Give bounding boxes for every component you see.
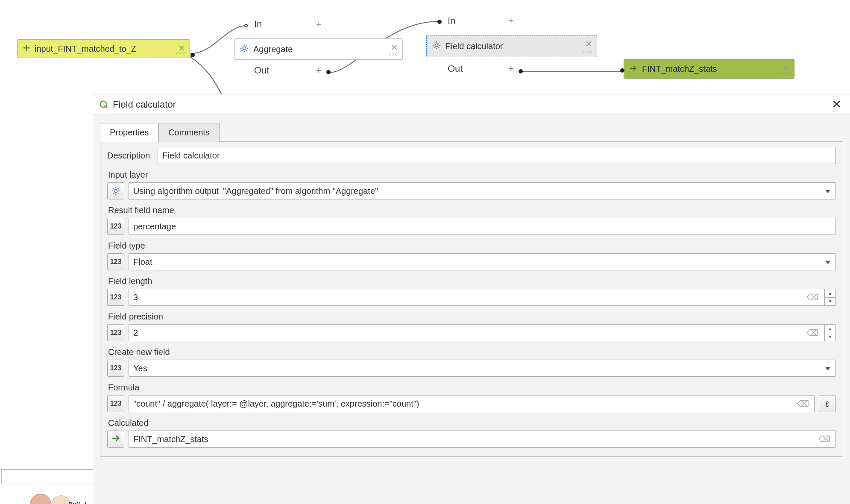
field-precision-label: Field precision bbox=[108, 312, 836, 322]
type-badge-button[interactable]: 123 bbox=[107, 218, 124, 235]
expression-builder-button[interactable]: ε bbox=[819, 395, 836, 412]
node-menu-icon[interactable]: ○○○ bbox=[583, 49, 592, 54]
model-canvas[interactable]: input_FINT_matched_to_Z ✕ ○○○ In + Aggre… bbox=[0, 0, 850, 94]
field-precision-value: 2 bbox=[133, 328, 138, 338]
result-field-name-value: percentage bbox=[133, 222, 176, 231]
gear-icon bbox=[240, 44, 249, 55]
bubble-label: Bu/1-1 bbox=[68, 501, 87, 504]
field-calculator-dialog: Field calculator ✕ Properties Comments D… bbox=[93, 94, 850, 504]
clear-icon[interactable]: ⌫ bbox=[818, 434, 830, 444]
output-node-label: FINT_matchZ_stats bbox=[642, 64, 717, 74]
tabstrip: Properties Comments bbox=[93, 115, 850, 141]
field-type-value: Float bbox=[133, 257, 152, 267]
dialog-titlebar: Field calculator ✕ bbox=[93, 94, 850, 115]
type-badge: 123 bbox=[110, 400, 122, 407]
field-precision-input[interactable]: 2 ⌫ ▲▼ bbox=[129, 324, 836, 341]
node-menu-icon[interactable]: ○○○ bbox=[388, 52, 398, 57]
input-port[interactable] bbox=[620, 68, 624, 73]
add-output-icon[interactable]: + bbox=[316, 65, 322, 76]
model-input-node[interactable]: input_FINT_matched_to_Z ✕ ○○○ bbox=[17, 39, 190, 58]
create-new-field-select[interactable]: Yes bbox=[129, 360, 836, 377]
description-label: Description bbox=[107, 147, 150, 164]
add-input-icon[interactable]: + bbox=[316, 19, 322, 30]
type-badge-button[interactable]: 123 bbox=[107, 324, 124, 341]
type-badge-button[interactable]: 123 bbox=[107, 360, 124, 377]
output-port[interactable] bbox=[519, 69, 523, 73]
model-output-node[interactable]: FINT_matchZ_stats ✕ ○○○ bbox=[624, 59, 794, 79]
type-badge-button[interactable]: 123 bbox=[107, 395, 124, 412]
description-row: Description Field calculator bbox=[107, 147, 836, 164]
add-input-icon[interactable]: + bbox=[508, 15, 514, 26]
type-badge: 123 bbox=[110, 329, 122, 337]
port-label-out: Out bbox=[448, 63, 463, 74]
field-type-select[interactable]: Float bbox=[129, 253, 836, 270]
svg-point-1 bbox=[435, 44, 438, 47]
create-new-field-label: Create new field bbox=[108, 347, 836, 357]
tab-properties[interactable]: Properties bbox=[100, 123, 158, 142]
clear-icon[interactable]: ⌫ bbox=[806, 292, 818, 302]
type-badge: 123 bbox=[110, 223, 122, 230]
type-badge: 123 bbox=[110, 293, 122, 301]
background-bubbles: Bu/1-1 bbox=[13, 466, 90, 504]
node-menu-icon[interactable]: ○○○ bbox=[176, 50, 185, 55]
node-menu-icon[interactable]: ○○○ bbox=[780, 70, 790, 76]
add-output-icon[interactable]: + bbox=[508, 63, 514, 74]
arrow-right-icon bbox=[629, 64, 638, 74]
spin-down-icon[interactable]: ▼ bbox=[825, 333, 835, 341]
formula-value: "count" / aggregate( layer:= @layer, agg… bbox=[133, 399, 419, 409]
type-badge: 123 bbox=[110, 258, 122, 266]
svg-point-0 bbox=[243, 47, 246, 50]
input-port[interactable] bbox=[437, 20, 442, 24]
formula-input[interactable]: "count" / aggregate( layer:= @layer, agg… bbox=[129, 395, 815, 412]
input-layer-prefix: Using algorithm output bbox=[133, 186, 219, 196]
algorithm-node-aggregate[interactable]: Aggregate ✕ ○○○ bbox=[234, 38, 403, 60]
plus-icon bbox=[23, 44, 30, 54]
output-arrow-button[interactable] bbox=[107, 431, 124, 448]
epsilon-icon: ε bbox=[825, 398, 829, 409]
spinbox[interactable]: ▲▼ bbox=[824, 289, 835, 305]
calculated-label: Calculated bbox=[108, 418, 836, 428]
input-layer-value: "Aggregated" from algorithm "Aggregate" bbox=[223, 186, 378, 196]
field-length-value: 3 bbox=[133, 293, 138, 302]
close-icon[interactable]: ✕ bbox=[585, 39, 592, 49]
qgis-icon bbox=[99, 100, 108, 109]
field-length-label: Field length bbox=[108, 276, 836, 286]
dialog-title: Field calculator bbox=[113, 99, 176, 110]
port-label-out: Out bbox=[254, 65, 269, 76]
port-label-in: In bbox=[254, 19, 262, 30]
algorithm-node-field-calculator[interactable]: Field calculator ✕ ○○○ bbox=[426, 35, 597, 57]
input-layer-select[interactable]: Using algorithm output "Aggregated" from… bbox=[129, 182, 836, 199]
calculated-input[interactable]: FINT_matchZ_stats ⌫ bbox=[129, 431, 836, 448]
spin-up-icon[interactable]: ▲ bbox=[825, 289, 835, 298]
type-badge: 123 bbox=[110, 364, 122, 372]
result-field-name-label: Result field name bbox=[108, 205, 836, 215]
properties-panel: Description Field calculator Input layer… bbox=[100, 141, 843, 457]
port-label-in: In bbox=[448, 15, 455, 26]
type-badge-button[interactable]: 123 bbox=[107, 289, 124, 306]
calculated-value: FINT_matchZ_stats bbox=[133, 434, 208, 444]
input-layer-source-button[interactable] bbox=[107, 182, 124, 199]
input-layer-label: Input layer bbox=[108, 170, 836, 180]
spin-down-icon[interactable]: ▼ bbox=[825, 298, 835, 306]
tab-comments[interactable]: Comments bbox=[158, 123, 220, 142]
clear-icon[interactable]: ⌫ bbox=[806, 328, 818, 338]
close-icon[interactable]: ✕ bbox=[391, 42, 398, 53]
description-input[interactable]: Field calculator bbox=[158, 147, 836, 164]
output-port[interactable] bbox=[191, 53, 195, 57]
field-length-input[interactable]: 3 ⌫ ▲▼ bbox=[129, 289, 836, 306]
close-icon[interactable]: ✕ bbox=[829, 98, 844, 111]
result-field-name-input[interactable]: percentage bbox=[129, 218, 836, 235]
output-port[interactable] bbox=[326, 70, 331, 74]
formula-label: Formula bbox=[108, 383, 836, 393]
algorithm-label: Field calculator bbox=[446, 41, 503, 51]
field-type-label: Field type bbox=[108, 241, 836, 251]
input-node-label: input_FINT_matched_to_Z bbox=[35, 44, 136, 54]
input-port[interactable] bbox=[244, 24, 248, 27]
type-badge-button[interactable]: 123 bbox=[107, 253, 124, 270]
clear-icon[interactable]: ⌫ bbox=[797, 399, 809, 409]
spinbox[interactable]: ▲▼ bbox=[824, 325, 835, 341]
algorithm-label: Aggregate bbox=[253, 44, 293, 54]
create-new-field-value: Yes bbox=[133, 363, 147, 373]
description-value: Field calculator bbox=[162, 151, 220, 161]
spin-up-icon[interactable]: ▲ bbox=[825, 325, 835, 333]
